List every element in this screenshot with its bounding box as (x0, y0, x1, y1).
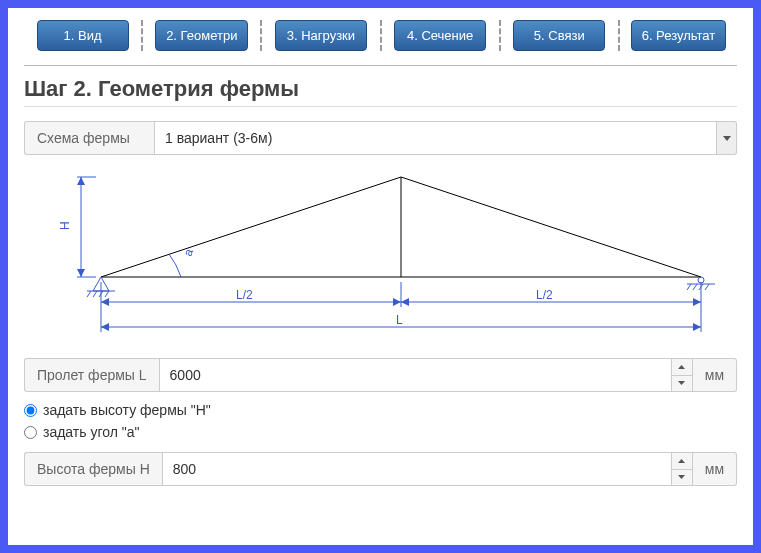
schema-row: Схема фермы 1 вариант (3-6м) (24, 121, 737, 155)
svg-marker-35 (678, 381, 685, 385)
span-input[interactable] (159, 358, 671, 392)
radio-set-angle[interactable] (24, 426, 37, 439)
svg-line-2 (101, 177, 401, 277)
step-tabs: 1. Вид 2. Геометри 3. Нагрузки 4. Сечени… (24, 20, 737, 66)
height-unit: мм (693, 452, 737, 486)
chevron-up-icon[interactable] (672, 359, 692, 376)
svg-marker-33 (693, 323, 701, 331)
svg-marker-24 (393, 298, 401, 306)
chevron-up-icon[interactable] (672, 453, 692, 470)
span-label: Пролет фермы L (24, 358, 159, 392)
height-label: Высота фермы H (24, 452, 162, 486)
dim-l2-right-label: L/2 (536, 288, 553, 302)
tab-bracing[interactable]: 5. Связи (513, 20, 605, 51)
truss-diagram: H a L/2 L/2 L (24, 167, 737, 342)
span-stepper[interactable] (671, 358, 693, 392)
radio-set-height[interactable] (24, 404, 37, 417)
dim-l-label: L (396, 313, 403, 327)
svg-line-3 (401, 177, 701, 277)
svg-line-13 (693, 284, 697, 290)
svg-marker-34 (678, 365, 685, 369)
dim-l2-left-label: L/2 (236, 288, 253, 302)
tab-section[interactable]: 4. Сечение (394, 20, 486, 51)
svg-line-15 (705, 284, 709, 290)
height-stepper[interactable] (671, 452, 693, 486)
svg-marker-0 (723, 136, 731, 141)
span-unit: мм (693, 358, 737, 392)
chevron-down-icon[interactable] (717, 121, 737, 155)
span-row: Пролет фермы L мм (24, 358, 737, 392)
schema-select[interactable]: 1 вариант (3-6м) (154, 121, 717, 155)
height-row: Высота фермы H мм (24, 452, 737, 486)
svg-marker-26 (401, 298, 409, 306)
chevron-down-icon[interactable] (672, 376, 692, 392)
svg-line-8 (93, 291, 97, 297)
svg-line-10 (105, 291, 109, 297)
svg-line-7 (87, 291, 91, 297)
dim-h-label: H (58, 221, 72, 230)
radio-set-angle-label[interactable]: задать угол "a" (43, 424, 140, 440)
chevron-down-icon[interactable] (672, 470, 692, 486)
svg-marker-37 (678, 475, 685, 479)
svg-marker-36 (678, 459, 685, 463)
page-title: Шаг 2. Геометрия фермы (24, 76, 737, 107)
svg-marker-27 (693, 298, 701, 306)
height-input[interactable] (162, 452, 671, 486)
svg-marker-32 (101, 323, 109, 331)
tab-result[interactable]: 6. Результат (631, 20, 727, 51)
schema-label: Схема фермы (24, 121, 154, 155)
svg-marker-23 (101, 298, 109, 306)
svg-marker-18 (77, 177, 85, 185)
tab-geometry[interactable]: 2. Геометри (155, 20, 248, 51)
svg-line-12 (687, 284, 691, 290)
svg-marker-19 (77, 269, 85, 277)
radio-set-height-label[interactable]: задать высоту фермы "H" (43, 402, 211, 418)
tab-view[interactable]: 1. Вид (37, 20, 129, 51)
tab-loads[interactable]: 3. Нагрузки (275, 20, 367, 51)
